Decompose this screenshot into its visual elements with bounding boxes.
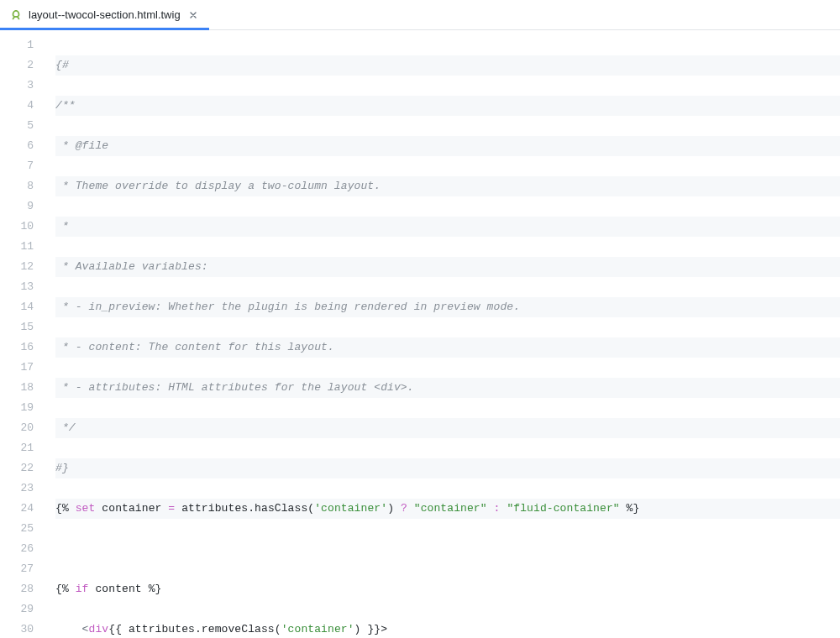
code-token: content %} (89, 583, 162, 595)
code-token: div (89, 623, 109, 635)
tab-filename: layout--twocol-section.html.twig (29, 8, 181, 21)
tab-bar: layout--twocol-section.html.twig (0, 0, 840, 30)
code-token: * - attributes: HTML attributes for the … (55, 381, 414, 394)
line-number-gutter: 1234567891011121314151617181920212223242… (0, 30, 49, 638)
code-token: container (95, 502, 168, 515)
code-token: * @file (55, 139, 108, 152)
code-token: #} (55, 462, 69, 474)
code-token: set (76, 502, 96, 515)
twig-icon (10, 9, 22, 21)
code-token: if (76, 583, 89, 595)
code-token: attributes.hasClass( (175, 502, 314, 515)
code-token: /** (55, 99, 76, 112)
file-tab[interactable]: layout--twocol-section.html.twig (0, 0, 209, 29)
code-token: * - content: The content for this layout… (55, 341, 334, 353)
code-token: < (55, 623, 89, 635)
code-token: ) }}> (354, 623, 388, 635)
code-token (487, 502, 494, 515)
editor-container: layout--twocol-section.html.twig 1234567… (0, 0, 840, 638)
code-token: 'container' (281, 623, 354, 635)
code-token: {% (55, 583, 76, 595)
code-token: "fluid-container" (507, 502, 619, 515)
code-token: {# (55, 59, 69, 71)
code-token: 'container' (314, 502, 387, 515)
code-token: * - in_preview: Whether the plugin is be… (55, 301, 520, 313)
code-token: * Theme override to display a two-column… (55, 180, 381, 192)
code-token: ? (401, 502, 407, 515)
code-token: "container" (414, 502, 487, 515)
code-token: {{ attributes.removeClass( (108, 623, 281, 635)
code-token: %} (620, 502, 640, 515)
code-token: ) (387, 502, 401, 515)
code-content[interactable]: {# /** * @file * Theme override to displ… (49, 30, 840, 638)
close-icon[interactable] (187, 9, 199, 21)
code-token: * (55, 220, 69, 233)
code-area[interactable]: 1234567891011121314151617181920212223242… (0, 30, 840, 638)
code-token (407, 502, 414, 515)
code-token: */ (55, 421, 76, 434)
code-token: {% (55, 502, 76, 515)
code-token: * Available variables: (55, 260, 208, 273)
